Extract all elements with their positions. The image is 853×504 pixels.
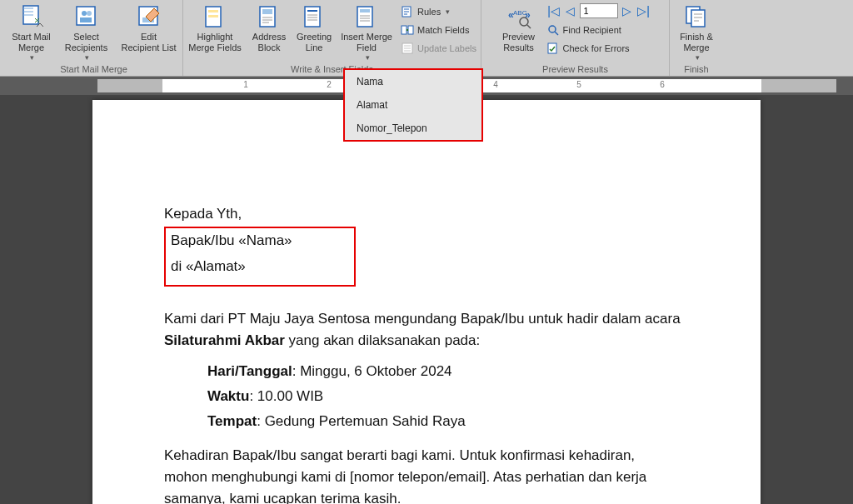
svg-rect-17 (408, 26, 413, 34)
btn-label: Insert Merge Field (341, 32, 392, 53)
document-canvas: Kepada Yth, Bapak/Ibu «Nama» di «Alamat»… (0, 95, 853, 504)
btn-label: Highlight Merge Fields (188, 32, 242, 53)
match-icon (401, 23, 414, 37)
merge-field-item-alamat[interactable]: Alamat (345, 93, 481, 117)
edit-recipient-list-button[interactable]: Edit Recipient List (117, 2, 181, 55)
preview-results-button[interactable]: «ABC» Preview Results (496, 2, 541, 55)
finish-icon (683, 3, 710, 30)
group-write-insert: Highlight Merge Fields Address Block Gre… (183, 0, 481, 76)
preview-small-buttons: |◁ ◁ ▷ ▷| Find Recipient Check for Error… (543, 2, 655, 57)
insert-field-icon (353, 3, 380, 30)
record-navigator: |◁ ◁ ▷ ▷| (543, 2, 655, 20)
find-recipient-button[interactable]: Find Recipient (543, 22, 655, 38)
btn-label: Finish & Merge (680, 32, 713, 53)
update-labels-button: Update Labels (397, 40, 480, 57)
event-venue-line: Tempat: Gedung Pertemuan Sahid Raya (164, 411, 694, 432)
svg-point-22 (520, 17, 528, 26)
group-preview-results: «ABC» Preview Results |◁ ◁ ▷ ▷| Find Rec… (481, 0, 670, 76)
ruler-num: 4 (493, 80, 498, 89)
btn-label: Edit Recipient List (121, 32, 176, 53)
people-icon (73, 3, 100, 30)
ruler-num: 5 (576, 80, 581, 89)
insert-merge-field-dropdown: Nama Alamat Nomor_Telepon (343, 68, 483, 142)
btn-label: Match Fields (417, 25, 469, 35)
group-label: Start Mail Merge (60, 64, 127, 74)
select-recipients-button[interactable]: Select Recipients▾ (57, 2, 116, 63)
rules-icon (401, 5, 414, 18)
merge-field-alamat: Alamat (193, 258, 237, 274)
btn-label: Find Recipient (563, 25, 621, 35)
salutation-line: Kepada Yth, (164, 203, 694, 225)
merge-field-item-nomor-telepon[interactable]: Nomor_Telepon (345, 117, 481, 140)
highlight-icon (202, 3, 228, 30)
btn-label: Preview Results (502, 32, 535, 53)
match-fields-button[interactable]: Match Fields (397, 22, 480, 38)
group-label: Finish (684, 64, 708, 74)
check-errors-button[interactable]: Check for Errors (543, 40, 655, 57)
document-body: Kepada Yth, Bapak/Ibu «Nama» di «Alamat»… (164, 203, 694, 504)
address-block-button[interactable]: Address Block (247, 2, 291, 55)
svg-rect-14 (360, 9, 370, 12)
address-icon (256, 3, 282, 30)
record-number-input[interactable] (580, 3, 618, 18)
chevron-down-icon: ▾ (696, 53, 700, 62)
merge-field-highlight-box: Bapak/Ibu «Nama» di «Alamat» (164, 227, 356, 287)
chevron-down-icon: ▾ (30, 53, 34, 62)
event-time-line: Waktu: 10.00 WIB (164, 386, 694, 407)
ruler-num: 1 (243, 80, 248, 89)
edit-list-icon (136, 3, 162, 30)
closing-paragraph: Kehadiran Bapak/Ibu sangat berarti bagi … (164, 445, 656, 504)
svg-rect-4 (80, 17, 92, 22)
merge-field-nama: Nama (247, 232, 284, 248)
svg-rect-9 (208, 15, 218, 17)
group-finish: Finish & Merge▾ Finish (670, 0, 723, 76)
svg-rect-16 (402, 26, 407, 34)
insert-merge-field-button[interactable]: Insert Merge Field▾ (337, 2, 396, 63)
finish-merge-button[interactable]: Finish & Merge▾ (672, 2, 721, 63)
ruler-num: 6 (660, 80, 665, 89)
rules-button[interactable]: Rules▾ (397, 3, 480, 20)
btn-label: Check for Errors (563, 43, 630, 53)
btn-label: Address Block (252, 32, 286, 53)
first-record-button[interactable]: |◁ (546, 4, 561, 17)
document-page[interactable]: Kepada Yth, Bapak/Ibu «Nama» di «Alamat»… (92, 100, 761, 504)
ribbon: Start Mail Merge▾ Select Recipients▾ Edi… (0, 0, 853, 77)
highlight-merge-fields-button[interactable]: Highlight Merge Fields (184, 2, 246, 55)
group-start-mail-merge: Start Mail Merge▾ Select Recipients▾ Edi… (5, 0, 183, 76)
svg-point-2 (82, 11, 87, 16)
btn-label: Greeting Line (297, 32, 332, 53)
recipient-name-line: Bapak/Ibu «Nama» (171, 230, 292, 252)
svg-rect-12 (305, 7, 320, 27)
group-label: Preview Results (542, 64, 608, 74)
envelope-icon (18, 3, 45, 30)
greeting-icon (301, 3, 327, 30)
start-mail-merge-button[interactable]: Start Mail Merge▾ (7, 2, 56, 63)
recipient-address-line: di «Alamat» (171, 256, 292, 277)
write-small-buttons: Rules▾ Match Fields Update Labels (397, 2, 480, 57)
chevron-down-icon: ▾ (85, 53, 89, 62)
svg-rect-26 (691, 10, 705, 27)
prev-record-button[interactable]: ◁ (563, 4, 578, 17)
search-icon (546, 23, 560, 37)
btn-label: Rules (417, 7, 441, 17)
ruler-num: 2 (327, 80, 332, 89)
next-record-button[interactable]: ▷ (620, 4, 635, 17)
svg-rect-11 (262, 9, 272, 14)
btn-label: Update Labels (417, 43, 476, 53)
chevron-down-icon: ▾ (446, 7, 450, 16)
btn-label: Select Recipients (65, 32, 107, 53)
merge-field-item-nama[interactable]: Nama (345, 70, 481, 93)
update-icon (401, 42, 414, 55)
event-date-line: Hari/Tanggal: Minggu, 6 Oktober 2024 (164, 361, 694, 382)
svg-point-23 (549, 26, 556, 32)
greeting-line-button[interactable]: Greeting Line (292, 2, 336, 55)
svg-rect-24 (548, 43, 556, 53)
preview-icon: «ABC» (506, 3, 532, 30)
chevron-down-icon: ▾ (366, 53, 370, 62)
check-icon (546, 42, 560, 55)
btn-label: Start Mail Merge (12, 32, 50, 53)
svg-rect-8 (208, 10, 218, 12)
svg-point-3 (87, 11, 92, 16)
invitation-paragraph: Kami dari PT Maju Jaya Sentosa mengundan… (164, 308, 694, 352)
last-record-button[interactable]: ▷| (636, 4, 651, 17)
